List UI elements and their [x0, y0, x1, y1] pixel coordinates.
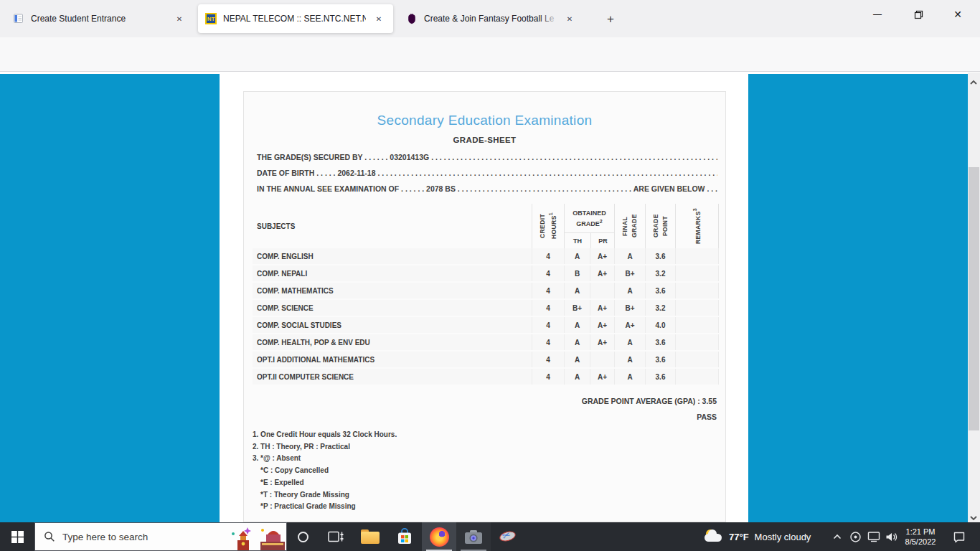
action-center-icon	[953, 531, 966, 543]
microsoft-store-icon	[397, 528, 413, 545]
result-status: PASS	[697, 413, 717, 421]
clock-date: 8/5/2022	[905, 537, 936, 547]
tab-title: NEPAL TELECOM :: SEE.NTC.NET.N	[223, 14, 366, 24]
start-button[interactable]	[0, 522, 34, 551]
nepal-telecom-logo-icon: NT	[205, 13, 217, 24]
window-restore-button[interactable]	[902, 0, 935, 29]
scroll-up-icon[interactable]	[969, 76, 978, 83]
microsoft-store-button[interactable]	[387, 522, 422, 551]
camera-button[interactable]	[456, 522, 491, 551]
footnote: *C : Copy Cancelled	[253, 465, 397, 477]
footnote: 1. One Credit Hour equals 32 Clock Hours…	[253, 429, 397, 441]
col-theory: TH	[565, 233, 590, 248]
search-icon	[44, 531, 55, 542]
close-icon[interactable]: ✕	[172, 11, 187, 26]
gpa-line: GRADE POINT AVERAGE (GPA) : 3.55	[582, 397, 717, 405]
snipping-tool-button[interactable]: ✂	[491, 522, 525, 551]
col-obtained-grade: OBTAINED GRADE2 TH PR	[564, 204, 614, 248]
table-row: OPT.II COMPUTER SCIENCE 4 A A+ A 3.6	[253, 369, 719, 385]
folder-icon	[361, 529, 380, 544]
network-button[interactable]	[865, 522, 882, 551]
cortana-circle-icon	[298, 532, 308, 542]
tab-create-student-entrance[interactable]: Create Student Entrance ✕	[6, 4, 194, 33]
gradesheet-card: Secondary Education Examination GRADE-SH…	[243, 91, 726, 522]
page-background-right	[748, 74, 968, 522]
new-tab-button[interactable]: +	[601, 10, 620, 29]
firefox-button[interactable]	[422, 522, 456, 551]
page-background-left	[0, 74, 220, 522]
table-row: COMP. NEPALI 4 B A+ B+ 3.2	[253, 265, 719, 281]
form-page-icon	[13, 13, 24, 24]
table-row: OPT.I ADDITIONAL MATHEMATICS 4 A A 3.6	[253, 352, 719, 367]
window-minimize-button[interactable]: —	[861, 0, 894, 29]
footnote: *P : Practical Grade Missing	[253, 501, 397, 513]
tab-title: Create & Join Fantasy Football Le	[424, 14, 557, 24]
col-final-grade: FINAL GRADE	[614, 204, 645, 248]
chevron-up-icon	[833, 534, 842, 540]
footnote: 2. TH : Theory, PR : Practical	[253, 441, 397, 453]
meet-now-icon	[849, 531, 862, 543]
task-view-icon	[328, 530, 344, 543]
col-credit-hours: CREDIT HOURS1	[532, 204, 564, 248]
snipping-tool-icon: ✂	[499, 529, 517, 545]
weather-condition: Mostly cloudy	[755, 532, 811, 542]
scrollbar-thumb[interactable]	[969, 167, 979, 430]
tab-fantasy-football[interactable]: Create & Join Fantasy Football Le ✕	[399, 4, 584, 33]
scroll-down-icon[interactable]	[969, 512, 978, 519]
info-line-exam-year: IN THE ANNUAL SEE EXAMINATION OF . . . .…	[257, 181, 717, 197]
weather-widget[interactable]: 77°F Mostly cloudy	[705, 522, 811, 551]
tab-title: Create Student Entrance	[31, 14, 166, 24]
tray-expand-button[interactable]	[829, 522, 845, 551]
col-grade-point: GRADE POINT	[645, 204, 675, 248]
info-line-secured-by: THE GRADE(S) SECURED BY . . . . . . 0320…	[257, 149, 717, 165]
student-info-lines: THE GRADE(S) SECURED BY . . . . . . 0320…	[257, 149, 717, 197]
clock-widget[interactable]: 1:21 PM 8/5/2022	[898, 522, 943, 551]
window-close-button[interactable]: ✕	[941, 0, 974, 29]
action-center-button[interactable]	[948, 522, 970, 551]
grades-table: SUBJECTS CREDIT HOURS1 OBTAINED GRADE2 T…	[253, 204, 719, 386]
clock-time: 1:21 PM	[906, 527, 936, 537]
cortana-button[interactable]	[287, 522, 319, 551]
col-subjects: SUBJECTS	[253, 204, 532, 248]
table-row: COMP. SCIENCE 4 B+ A+ B+ 3.2	[253, 300, 719, 316]
tab-title-fade	[540, 10, 558, 27]
table-row: COMP. SOCIAL STUDIES 4 A A+ A+ 4.0	[253, 317, 719, 333]
file-explorer-button[interactable]	[353, 522, 387, 551]
browser-tab-bar: Create Student Entrance ✕ NT NEPAL TELEC…	[0, 0, 980, 37]
page-subtitle: GRADE-SHEET	[244, 136, 725, 144]
footnote: *E : Expelled	[253, 477, 397, 489]
speaker-icon	[885, 532, 898, 542]
weather-temp: 77°F	[729, 532, 749, 542]
footnotes: 1. One Credit Hour equals 32 Clock Hours…	[253, 429, 397, 513]
table-row: COMP. HEALTH, POP & ENV EDU 4 A A+ A 3.6	[253, 334, 719, 350]
task-view-button[interactable]	[319, 522, 353, 551]
premier-league-icon	[406, 13, 418, 24]
page-viewport: Secondary Education Examination GRADE-SH…	[0, 72, 980, 522]
search-placeholder: Type here to search	[62, 532, 148, 542]
footnote: *T : Theory Grade Missing	[253, 489, 397, 501]
tab-nepal-telecom-active[interactable]: NT NEPAL TELECOM :: SEE.NTC.NET.N ✕	[198, 4, 393, 33]
info-line-date-of-birth: DATE OF BIRTH . . . . . 2062-11-18 . . .…	[257, 165, 717, 181]
network-icon	[867, 531, 880, 542]
vertical-scrollbar[interactable]	[968, 72, 980, 522]
windows-logo-icon	[11, 531, 24, 543]
windows-taskbar: Type here to search	[0, 522, 980, 551]
camera-icon	[464, 529, 483, 545]
table-row: COMP. ENGLISH 4 A A+ A 3.6	[253, 248, 719, 264]
browser-toolbar: ← → ↻ https://see.ntc.net.np/results/gra…	[0, 37, 980, 72]
firefox-icon	[430, 527, 449, 547]
taskbar-search-input[interactable]: Type here to search	[34, 522, 287, 551]
close-icon[interactable]: ✕	[372, 11, 386, 26]
footnote: 3. *@ : Absent	[253, 453, 397, 465]
col-remarks: REMARKS3	[675, 204, 719, 248]
table-header: SUBJECTS CREDIT HOURS1 OBTAINED GRADE2 T…	[253, 204, 719, 248]
table-row: COMP. MATHEMATICS 4 A A 3.6	[253, 283, 719, 298]
search-highlights-illustration[interactable]	[229, 524, 285, 551]
close-icon[interactable]: ✕	[562, 11, 577, 26]
meet-now-button[interactable]	[847, 522, 864, 551]
page-title: Secondary Education Examination	[244, 113, 725, 128]
col-practical: PR	[590, 233, 615, 248]
weather-icon	[705, 529, 723, 544]
